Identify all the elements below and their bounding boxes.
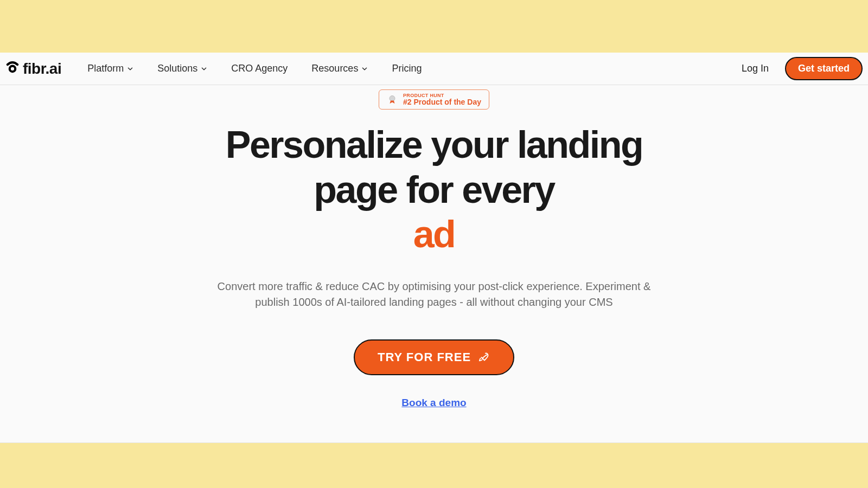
svg-point-0 <box>10 66 15 72</box>
login-link[interactable]: Log In <box>742 63 769 74</box>
top-nav: fibr.ai Platform Solutions CRO Agency <box>0 53 868 85</box>
hero-headline-accent: ad <box>413 213 455 255</box>
nav-item-solutions[interactable]: Solutions <box>157 63 207 74</box>
product-hunt-text: PRODUCT HUNT #2 Product of the Day <box>403 93 481 106</box>
get-started-button[interactable]: Get started <box>785 57 863 80</box>
nav-item-label: Resources <box>311 63 358 74</box>
hero-headline: Personalize your landing page for every … <box>226 123 643 257</box>
nav-right: Log In Get started <box>742 57 863 80</box>
svg-point-1 <box>390 95 395 101</box>
chevron-down-icon <box>127 66 133 72</box>
hero-headline-line1: Personalize your landing <box>226 124 643 166</box>
page: fibr.ai Platform Solutions CRO Agency <box>0 53 868 443</box>
chevron-down-icon <box>201 66 207 72</box>
hero-section: PRODUCT HUNT #2 Product of the Day Perso… <box>0 85 868 409</box>
nav-item-label: CRO Agency <box>231 63 288 74</box>
rocket-icon <box>478 351 490 363</box>
nav-item-platform[interactable]: Platform <box>87 63 133 74</box>
nav-item-label: Platform <box>87 63 124 74</box>
nav-item-label: Pricing <box>392 63 422 74</box>
try-for-free-button[interactable]: TRY FOR FREE <box>354 339 514 375</box>
cta-label: TRY FOR FREE <box>378 350 471 364</box>
nav-item-label: Solutions <box>157 63 197 74</box>
chevron-down-icon <box>361 66 368 72</box>
nav-item-resources[interactable]: Resources <box>311 63 368 74</box>
product-hunt-rank: #2 Product of the Day <box>403 98 481 106</box>
hero-headline-line2: page for every <box>314 169 554 211</box>
product-hunt-badge[interactable]: PRODUCT HUNT #2 Product of the Day <box>379 89 489 110</box>
nav-item-cro-agency[interactable]: CRO Agency <box>231 63 288 74</box>
nav-items: Platform Solutions CRO Agency Resources <box>87 63 422 74</box>
brand-icon <box>5 60 20 78</box>
brand-name: fibr.ai <box>23 60 61 78</box>
nav-item-pricing[interactable]: Pricing <box>392 63 422 74</box>
outer-frame: fibr.ai Platform Solutions CRO Agency <box>0 0 868 488</box>
hero-subtext: Convert more traffic & reduce CAC by opt… <box>209 279 659 310</box>
brand-logo[interactable]: fibr.ai <box>5 60 61 78</box>
book-demo-link[interactable]: Book a demo <box>401 397 466 409</box>
medal-icon <box>387 94 398 105</box>
